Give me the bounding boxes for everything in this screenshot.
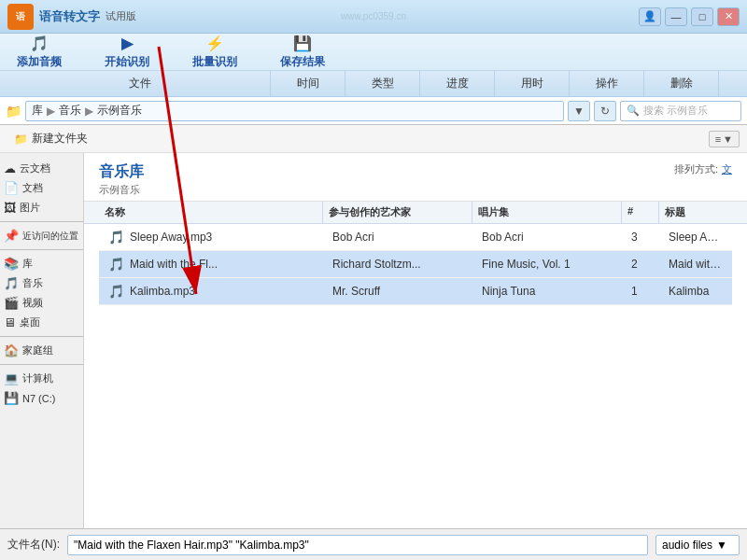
watermark: www.pc0359.cn	[341, 11, 406, 21]
file-artist-1: Bob Acri	[329, 229, 478, 245]
new-folder-icon: 📁	[14, 133, 28, 146]
path-sample: 示例音乐	[97, 103, 142, 119]
batch-recognize-icon: ⚡	[205, 35, 224, 52]
file-name-text-1: Sleep Away.mp3	[130, 231, 212, 244]
file-row-2[interactable]: 🎵 Maid with the Fl... Richard Stoltzm...…	[99, 251, 732, 278]
sidebar-item-images[interactable]: 🖼 图片	[0, 198, 83, 217]
sidebar-label-computer: 计算机	[22, 371, 53, 385]
refresh-btn[interactable]: ↻	[594, 101, 616, 121]
sidebar-item-docs[interactable]: 📄 文档	[0, 178, 83, 198]
add-audio-icon: 🎵	[30, 35, 49, 52]
file-title-2: Maid with the Flaxen...	[665, 256, 726, 273]
minimize-button[interactable]: —	[665, 7, 687, 26]
file-album-2: Fine Music, Vol. 1	[478, 256, 627, 273]
search-icon: 🔍	[627, 105, 640, 117]
col-title[interactable]: 标题	[659, 202, 732, 223]
col-artist[interactable]: 参与创作的艺术家	[323, 202, 472, 223]
search-box[interactable]: 🔍 搜索 示例音乐	[620, 101, 741, 121]
library-title: 音乐库	[99, 162, 144, 182]
file-name-text-3: Kalimba.mp3	[130, 285, 195, 298]
col-album[interactable]: 唱片集	[472, 202, 622, 223]
file-column-headers: 名称 参与创作的艺术家 唱片集 # 标题	[84, 202, 747, 224]
trial-badge: 试用版	[106, 9, 136, 23]
file-name-1: 🎵 Sleep Away.mp3	[105, 228, 329, 246]
sidebar-label-images: 图片	[20, 201, 40, 215]
filetype-text: audio files	[662, 539, 712, 552]
sidebar: ☁ 云文档 📄 文档 🖼 图片 📌 近访问的位置 📚 库 🎵	[0, 153, 84, 528]
sidebar-divider-4	[0, 364, 83, 365]
sidebar-label-video: 视频	[22, 296, 43, 310]
path-lib: 库	[32, 103, 43, 119]
search-placeholder: 搜索 示例音乐	[643, 104, 708, 118]
sidebar-item-desktop[interactable]: 🖥 桌面	[0, 313, 83, 332]
sidebar-item-music[interactable]: 🎵 音乐	[0, 273, 83, 293]
file-name-text-2: Maid with the Fl...	[130, 258, 218, 271]
address-actions: ▼ ↻	[568, 101, 616, 121]
start-recognize-button[interactable]: ▶ 开始识别	[97, 33, 157, 72]
sidebar-divider-3	[0, 336, 83, 337]
maximize-button[interactable]: □	[691, 7, 713, 26]
sidebar-label-music: 音乐	[22, 276, 43, 290]
file-title-3: Kalimba	[665, 283, 726, 300]
main-area: ☁ 云文档 📄 文档 🖼 图片 📌 近访问的位置 📚 库 🎵	[0, 153, 747, 528]
col-file: 文件	[9, 71, 271, 96]
filetype-dropdown[interactable]: audio files ▼	[655, 535, 740, 555]
sidebar-item-homegroup[interactable]: 🏠 家庭组	[0, 341, 83, 360]
col-name[interactable]: 名称	[99, 202, 323, 223]
computer-icon: 💻	[4, 371, 19, 385]
sidebar-item-drive[interactable]: 💾 N7 (C:)	[0, 388, 83, 408]
homegroup-icon: 🏠	[4, 343, 19, 357]
title-bar: 语 语音转文字 试用版 www.pc0359.cn 👤 — □ ✕	[0, 0, 747, 34]
sidebar-label-docs: 文档	[22, 181, 43, 195]
col-progress: 进度	[420, 71, 495, 96]
file-row-1[interactable]: 🎵 Sleep Away.mp3 Bob Acri Bob Acri 3 Sle…	[99, 224, 732, 251]
sort-value[interactable]: 文	[722, 162, 732, 176]
sidebar-item-recent[interactable]: 📌 近访问的位置	[0, 226, 83, 245]
desktop-icon: 🖥	[4, 315, 16, 329]
docs-icon: 📄	[4, 181, 19, 195]
sidebar-label-desktop: 桌面	[20, 315, 40, 329]
file-album-1: Bob Acri	[478, 229, 627, 245]
sidebar-item-video[interactable]: 🎬 视频	[0, 293, 83, 313]
address-path[interactable]: 库 ▶ 音乐 ▶ 示例音乐	[25, 101, 564, 121]
add-audio-button[interactable]: 🎵 添加音频	[9, 33, 69, 72]
dropdown-btn[interactable]: ▼	[568, 101, 590, 121]
music-icon-side: 🎵	[4, 276, 19, 290]
address-bar: 📁 库 ▶ 音乐 ▶ 示例音乐 ▼ ↻ 🔍 搜索 示例音乐	[0, 97, 747, 125]
view-button[interactable]: ≡ ▼	[709, 131, 740, 147]
new-folder-button[interactable]: 📁 新建文件夹	[7, 128, 94, 149]
batch-recognize-button[interactable]: ⚡ 批量识别	[185, 33, 245, 72]
close-button[interactable]: ✕	[717, 7, 740, 26]
library-title-area: 音乐库 示例音乐	[99, 162, 144, 197]
file-row-3[interactable]: 🎵 Kalimba.mp3 Mr. Scruff Ninja Tuna 1 Ka…	[99, 278, 732, 305]
filename-input[interactable]	[67, 535, 648, 555]
user-button[interactable]: 👤	[639, 7, 661, 26]
sidebar-label-recent: 近访问的位置	[22, 230, 78, 243]
sidebar-label-drive: N7 (C:)	[22, 393, 55, 404]
sidebar-item-library[interactable]: 📚 库	[0, 254, 83, 273]
images-icon: 🖼	[4, 201, 16, 215]
new-folder-bar: 📁 新建文件夹 ≡ ▼	[0, 125, 747, 153]
view-icon: ≡	[715, 133, 721, 145]
view-dropdown-icon: ▼	[723, 133, 733, 145]
recent-icon: 📌	[4, 229, 19, 243]
library-icon: 📚	[4, 257, 19, 271]
filetype-arrow-icon: ▼	[716, 539, 727, 552]
sidebar-label-cloud: 云文档	[20, 161, 50, 175]
sidebar-item-computer[interactable]: 💻 计算机	[0, 369, 83, 388]
window-controls: 👤 — □ ✕	[639, 7, 740, 26]
file-list: 🎵 Sleep Away.mp3 Bob Acri Bob Acri 3 Sle…	[84, 224, 747, 528]
music-file-icon-2: 🎵	[108, 257, 124, 272]
col-track[interactable]: #	[622, 202, 659, 223]
save-result-button[interactable]: 💾 保存结果	[273, 33, 332, 72]
sidebar-label-library: 库	[22, 257, 33, 271]
bottom-bar: 文件名(N): audio files ▼	[0, 528, 747, 560]
sidebar-item-cloud[interactable]: ☁ 云文档	[0, 159, 83, 178]
col-action: 操作	[570, 71, 644, 96]
file-name-3: 🎵 Kalimba.mp3	[105, 282, 329, 301]
music-library-header: 音乐库 示例音乐 排列方式: 文	[84, 153, 747, 202]
sidebar-divider-1	[0, 221, 83, 222]
start-recognize-icon: ▶	[121, 35, 133, 52]
video-icon: 🎬	[4, 296, 19, 310]
toolbar: 🎵 添加音频 ▶ 开始识别 ⚡ 批量识别 💾 保存结果	[0, 34, 747, 71]
